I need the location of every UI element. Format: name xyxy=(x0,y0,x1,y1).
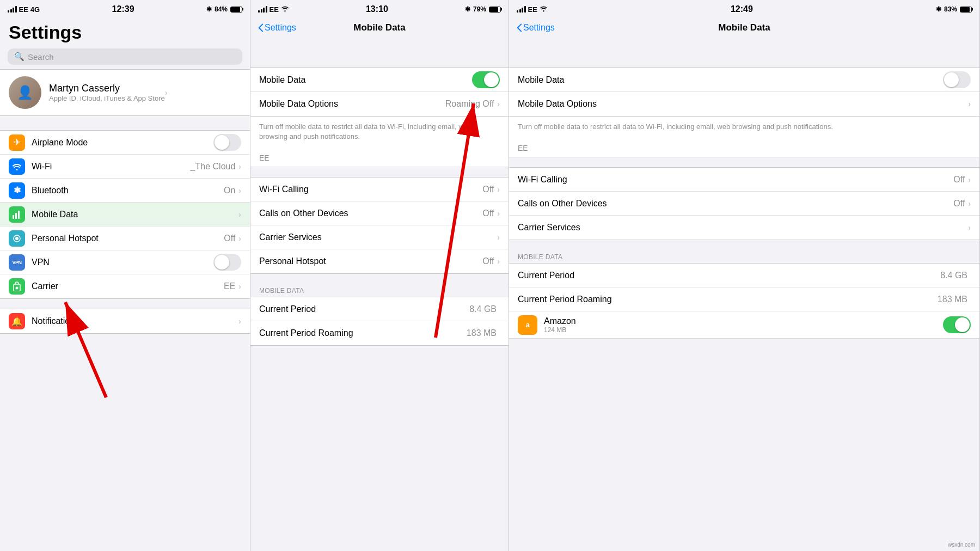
mobile-data-group-1: Mobile Data Mobile Data Options Roaming … xyxy=(250,68,509,117)
airplane-label: Airplane Mode xyxy=(32,138,213,148)
status-left-3: EE xyxy=(517,5,548,14)
bt-icon-3: ✱ xyxy=(936,5,941,13)
list-item-current-period-roaming-2[interactable]: Current Period Roaming 183 MB xyxy=(250,321,509,345)
notifications-chevron: › xyxy=(238,317,241,326)
mobile-data-section-header-2: MOBILE DATA xyxy=(250,284,509,297)
mobile-data-group-3b: Wi-Fi Calling Off › Calls on Other Devic… xyxy=(509,167,979,240)
list-item-bluetooth[interactable]: ✱ Bluetooth On › xyxy=(0,179,250,203)
notifications-icon: 🔔 xyxy=(9,313,25,329)
user-profile[interactable]: 👤 Martyn Casserly Apple ID, iCloud, iTun… xyxy=(0,69,250,116)
list-item-current-period-3[interactable]: Current Period 8.4 GB xyxy=(509,264,979,287)
list-item-mobile-data-options-2[interactable]: Mobile Data Options Roaming Off › xyxy=(250,92,509,116)
nav-bar-3: Settings Mobile Data xyxy=(509,17,979,40)
carrier-services-label-2: Carrier Services xyxy=(259,232,497,242)
list-item-vpn[interactable]: VPN VPN xyxy=(0,250,250,274)
list-item-mobile-data-2[interactable]: Mobile Data xyxy=(250,68,509,92)
search-bar[interactable]: 🔍 Search xyxy=(8,48,242,65)
user-info: Martyn Casserly Apple ID, iCloud, iTunes… xyxy=(49,83,165,102)
wifi-calling-label-3: Wi-Fi Calling xyxy=(518,175,953,185)
list-item-carrier[interactable]: Carrier EE › xyxy=(0,274,250,298)
list-item-wifi[interactable]: Wi-Fi _The Cloud › xyxy=(0,155,250,179)
panel-mobile-data-on: EE 13:10 ✱ 79% Setting xyxy=(250,0,509,551)
calls-other-chevron-3: › xyxy=(968,199,971,208)
wifi-calling-chevron-3: › xyxy=(968,175,971,184)
svg-rect-0 xyxy=(13,215,14,219)
amazon-toggle-thumb xyxy=(955,317,970,332)
list-item-carrier-services-2[interactable]: Carrier Services › xyxy=(250,225,509,249)
time-1: 12:39 xyxy=(112,4,134,14)
wifi-icon xyxy=(9,158,25,175)
list-item-notifications[interactable]: 🔔 Notifications › xyxy=(0,309,250,333)
hotspot-label: Personal Hotspot xyxy=(32,234,224,243)
signal-bars-1 xyxy=(8,6,17,13)
app-row-amazon[interactable]: a Amazon 124 MB xyxy=(509,311,979,339)
status-bar-1: EE 4G 12:39 ✱ 84% xyxy=(0,0,250,17)
airplane-toggle[interactable] xyxy=(213,134,241,151)
current-period-value-2: 8.4 GB xyxy=(469,304,497,314)
amazon-icon: a xyxy=(518,315,537,335)
status-right-1: ✱ 84% xyxy=(206,5,242,13)
mobile-data-label: Mobile Data xyxy=(32,210,238,219)
hotspot-value: Off xyxy=(224,234,235,243)
list-item-mobile-data-options-3[interactable]: Mobile Data Options › xyxy=(509,92,979,116)
calls-other-label-2: Calls on Other Devices xyxy=(259,209,482,218)
current-period-roaming-label-3: Current Period Roaming xyxy=(518,295,938,304)
list-item-calls-other-2[interactable]: Calls on Other Devices Off › xyxy=(250,201,509,225)
list-item-personal-hotspot-2[interactable]: Personal Hotspot Off › xyxy=(250,249,509,273)
bt-icon-1: ✱ xyxy=(206,5,212,13)
bluetooth-icon: ✱ xyxy=(9,182,25,199)
wifi-2 xyxy=(281,5,289,14)
carrier-label: Carrier xyxy=(32,281,224,291)
battery-pct-3: 83% xyxy=(944,5,957,13)
wifi-calling-value-2: Off xyxy=(482,185,494,194)
mobile-data-usage-group-2: Current Period 8.4 GB Current Period Roa… xyxy=(250,297,509,346)
mobile-data-toggle-thumb-2 xyxy=(484,72,499,87)
svg-point-6 xyxy=(16,287,19,290)
bluetooth-value: On xyxy=(224,186,235,195)
vpn-toggle[interactable] xyxy=(213,254,241,271)
mobile-data-options-label-2: Mobile Data Options xyxy=(259,99,445,109)
battery-icon-1 xyxy=(230,7,242,13)
list-item-airplane[interactable]: ✈ Airplane Mode xyxy=(0,131,250,155)
mobile-data-toggle-3[interactable] xyxy=(943,71,971,88)
separator-p3-2 xyxy=(509,240,979,250)
nav-back-3[interactable]: Settings xyxy=(517,23,555,33)
search-bar-container: 🔍 Search xyxy=(0,46,250,69)
wifi-label: Wi-Fi xyxy=(32,162,191,172)
list-item-mobile-data-3[interactable]: Mobile Data xyxy=(509,68,979,92)
mobile-data-chevron: › xyxy=(238,210,241,219)
amazon-toggle[interactable] xyxy=(943,316,971,333)
avatar-image: 👤 xyxy=(9,76,41,109)
bluetooth-chevron: › xyxy=(238,186,241,195)
mobile-data-label-2: Mobile Data xyxy=(259,75,472,85)
status-left-1: EE 4G xyxy=(8,5,40,14)
mobile-data-toggle-2[interactable] xyxy=(472,71,500,88)
list-item-mobile-data[interactable]: Mobile Data › xyxy=(0,203,250,226)
list-item-hotspot[interactable]: Personal Hotspot Off › xyxy=(0,226,250,250)
current-period-roaming-value-3: 183 MB xyxy=(938,295,967,304)
search-placeholder: Search xyxy=(28,52,54,62)
amazon-name: Amazon xyxy=(544,316,943,326)
bt-icon-2: ✱ xyxy=(465,5,470,13)
carrier-services-chevron-2: › xyxy=(497,233,500,242)
personal-hotspot-chevron-2: › xyxy=(497,257,500,266)
list-item-calls-other-3[interactable]: Calls on Other Devices Off › xyxy=(509,192,979,216)
svg-point-3 xyxy=(15,237,19,240)
list-item-current-period-roaming-3[interactable]: Current Period Roaming 183 MB xyxy=(509,287,979,311)
current-period-roaming-value-2: 183 MB xyxy=(467,328,497,338)
mobile-data-toggle-thumb-3 xyxy=(944,72,959,87)
panel-settings: EE 4G 12:39 ✱ 84% Settings 🔍 Search xyxy=(0,0,250,551)
current-period-roaming-label-2: Current Period Roaming xyxy=(259,328,467,338)
list-item-wifi-calling-2[interactable]: Wi-Fi Calling Off › xyxy=(250,177,509,201)
status-right-3: ✱ 83% xyxy=(936,5,972,13)
list-item-current-period-2[interactable]: Current Period 8.4 GB xyxy=(250,297,509,321)
carrier-label-row-2: EE xyxy=(250,149,509,167)
nav-back-2[interactable]: Settings xyxy=(258,23,296,33)
current-period-value-3: 8.4 GB xyxy=(940,271,967,280)
carrier-value: EE xyxy=(224,281,235,291)
nav-title-2: Mobile Data xyxy=(353,22,405,33)
list-item-carrier-services-3[interactable]: Carrier Services › xyxy=(509,216,979,240)
list-item-wifi-calling-3[interactable]: Wi-Fi Calling Off › xyxy=(509,168,979,192)
wifi-calling-value-3: Off xyxy=(953,175,965,185)
network-type-1: 4G xyxy=(30,5,40,14)
